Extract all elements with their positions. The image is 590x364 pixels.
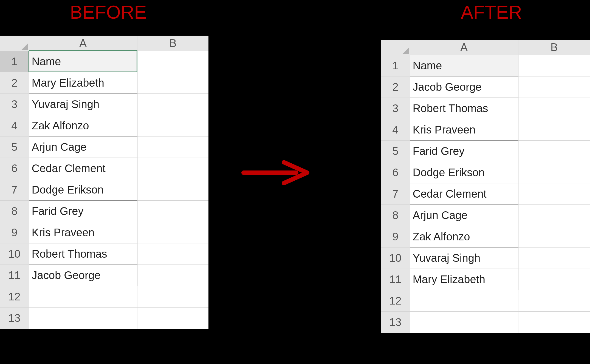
row-header-13[interactable]: 13 <box>0 307 29 329</box>
cell-A10[interactable]: Robert Thomas <box>29 243 137 265</box>
column-header-A[interactable]: A <box>29 36 137 51</box>
row-header-5[interactable]: 5 <box>0 136 29 158</box>
arrow-right-icon <box>241 159 318 186</box>
cell-B12[interactable] <box>518 290 590 311</box>
cell-A9[interactable]: Zak Alfonzo <box>410 226 518 247</box>
cell-B11[interactable] <box>137 265 208 286</box>
cell-A10[interactable]: Yuvaraj Singh <box>410 247 518 269</box>
row-header-9[interactable]: 9 <box>381 226 410 247</box>
row-header-11[interactable]: 11 <box>381 269 410 290</box>
cell-B8[interactable] <box>137 200 208 222</box>
row-header-13[interactable]: 13 <box>381 311 410 333</box>
cell-A9[interactable]: Kris Praveen <box>29 222 137 243</box>
cell-B13[interactable] <box>518 311 590 333</box>
row-header-8[interactable]: 8 <box>0 200 29 222</box>
select-all-corner[interactable] <box>381 40 410 55</box>
cell-A8[interactable]: Arjun Cage <box>410 204 518 226</box>
cell-B4[interactable] <box>137 115 208 136</box>
row-header-1[interactable]: 1 <box>381 55 410 76</box>
cell-B9[interactable] <box>137 222 208 243</box>
cell-A7[interactable]: Dodge Erikson <box>29 179 137 200</box>
cell-B11[interactable] <box>518 269 590 290</box>
cell-B10[interactable] <box>137 243 208 265</box>
cell-A4[interactable]: Zak Alfonzo <box>29 115 137 136</box>
cell-A5[interactable]: Farid Grey <box>410 140 518 162</box>
cell-A13[interactable] <box>410 311 518 333</box>
cell-B8[interactable] <box>518 204 590 226</box>
cell-A8[interactable]: Farid Grey <box>29 200 137 222</box>
row-header-5[interactable]: 5 <box>381 140 410 162</box>
cell-A11[interactable]: Jacob George <box>29 265 137 286</box>
cell-A2[interactable]: Jacob George <box>410 76 518 98</box>
row-header-3[interactable]: 3 <box>0 93 29 115</box>
cell-B5[interactable] <box>518 140 590 162</box>
cell-B6[interactable] <box>518 162 590 183</box>
cell-B7[interactable] <box>137 179 208 200</box>
column-header-B[interactable]: B <box>518 40 590 55</box>
row-header-10[interactable]: 10 <box>381 247 410 269</box>
row-header-12[interactable]: 12 <box>0 286 29 307</box>
svg-marker-1 <box>402 47 409 54</box>
column-header-B[interactable]: B <box>137 36 208 51</box>
cell-B12[interactable] <box>137 286 208 307</box>
select-all-corner[interactable] <box>0 36 29 51</box>
cell-A11[interactable]: Mary Elizabeth <box>410 269 518 290</box>
row-header-8[interactable]: 8 <box>381 204 410 226</box>
before-title: BEFORE <box>70 1 147 23</box>
cell-B3[interactable] <box>137 93 208 115</box>
row-header-7[interactable]: 7 <box>0 179 29 200</box>
cell-B2[interactable] <box>518 76 590 98</box>
row-header-10[interactable]: 10 <box>0 243 29 265</box>
row-header-2[interactable]: 2 <box>0 72 29 93</box>
cell-B9[interactable] <box>518 226 590 247</box>
cell-B13[interactable] <box>137 307 208 329</box>
cell-A5[interactable]: Arjun Cage <box>29 136 137 158</box>
row-header-1[interactable]: 1 <box>0 51 29 72</box>
select-all-icon <box>402 47 409 54</box>
row-header-6[interactable]: 6 <box>0 158 29 179</box>
row-header-9[interactable]: 9 <box>0 222 29 243</box>
row-header-4[interactable]: 4 <box>381 119 410 140</box>
cell-B10[interactable] <box>518 247 590 269</box>
cell-A6[interactable]: Cedar Clement <box>29 158 137 179</box>
cell-A2[interactable]: Mary Elizabeth <box>29 72 137 93</box>
after-title: AFTER <box>461 1 522 23</box>
cell-A4[interactable]: Kris Praveen <box>410 119 518 140</box>
cell-B2[interactable] <box>137 72 208 93</box>
cell-B3[interactable] <box>518 98 590 119</box>
cell-A1[interactable]: Name <box>29 51 137 72</box>
spreadsheet-after: A B 1 Name 2 Jacob George 3 Robert Thoma… <box>381 40 590 333</box>
cell-B1[interactable] <box>518 55 590 76</box>
row-header-2[interactable]: 2 <box>381 76 410 98</box>
row-header-11[interactable]: 11 <box>0 265 29 286</box>
row-header-4[interactable]: 4 <box>0 115 29 136</box>
cell-B7[interactable] <box>518 183 590 204</box>
row-header-3[interactable]: 3 <box>381 98 410 119</box>
cell-A7[interactable]: Cedar Clement <box>410 183 518 204</box>
spreadsheet-before: A B 1 Name 2 Mary Elizabeth 3 Yuvaraj Si… <box>0 36 208 329</box>
svg-marker-0 <box>21 43 28 50</box>
cell-A1[interactable]: Name <box>410 55 518 76</box>
select-all-icon <box>21 43 28 50</box>
cell-B6[interactable] <box>137 158 208 179</box>
cell-A3[interactable]: Robert Thomas <box>410 98 518 119</box>
cell-B4[interactable] <box>518 119 590 140</box>
column-header-A[interactable]: A <box>410 40 518 55</box>
cell-B5[interactable] <box>137 136 208 158</box>
cell-B1[interactable] <box>137 51 208 72</box>
cell-A6[interactable]: Dodge Erikson <box>410 162 518 183</box>
row-header-12[interactable]: 12 <box>381 290 410 311</box>
row-header-6[interactable]: 6 <box>381 162 410 183</box>
row-header-7[interactable]: 7 <box>381 183 410 204</box>
cell-A13[interactable] <box>29 307 137 329</box>
cell-A3[interactable]: Yuvaraj Singh <box>29 93 137 115</box>
cell-A12[interactable] <box>410 290 518 311</box>
cell-A12[interactable] <box>29 286 137 307</box>
